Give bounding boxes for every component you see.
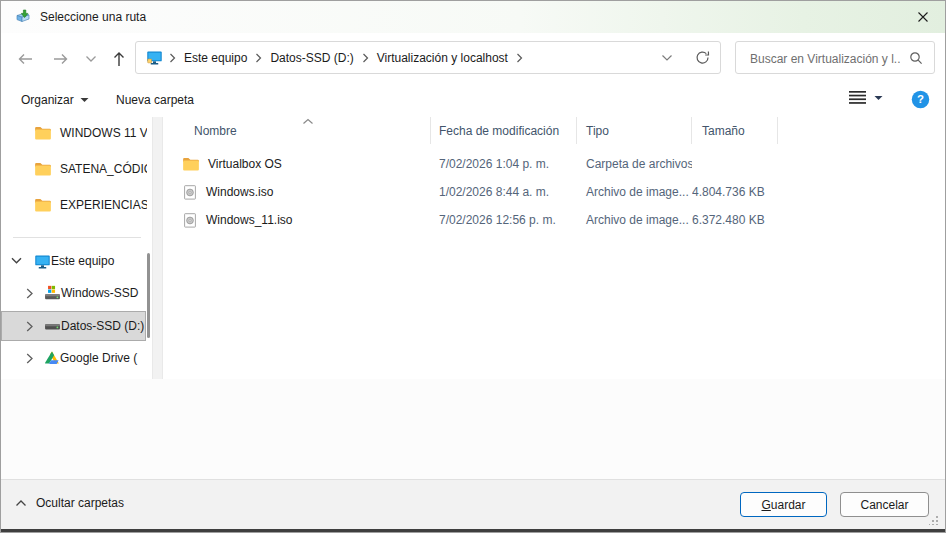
file-name: Windows.iso	[206, 185, 273, 199]
column-header-name[interactable]: Nombre	[164, 117, 431, 144]
sidebar-item-satena[interactable]: SATENA_CÓDIG	[1, 154, 147, 184]
breadcrumb-separator-icon	[356, 53, 375, 63]
breadcrumb-separator-icon	[249, 53, 268, 63]
cancel-button[interactable]: Cancelar	[840, 492, 929, 517]
address-dropdown-button[interactable]	[661, 54, 673, 62]
organize-button[interactable]: Organizar	[21, 83, 89, 117]
sidebar-item-label: WINDOWS 11 VI	[60, 126, 147, 140]
help-button[interactable]: ?	[911, 90, 930, 112]
close-icon	[917, 11, 929, 23]
close-button[interactable]	[900, 1, 945, 32]
svg-text:?: ?	[917, 93, 924, 105]
column-label: Fecha de modificación	[439, 124, 559, 138]
google-drive-icon	[44, 350, 60, 366]
breadcrumb-item-virtualizacion[interactable]: Virtualización y localhost	[375, 51, 510, 65]
disc-image-file-icon	[182, 212, 198, 229]
file-date: 7/02/2026 1:04 p. m.	[431, 157, 577, 171]
column-label: Tipo	[586, 124, 609, 138]
folder-icon	[182, 156, 200, 172]
tree-item-label: Este equipo	[51, 254, 114, 268]
chevron-right-icon[interactable]	[26, 288, 34, 299]
hide-folders-label: Ocultar carpetas	[36, 496, 124, 510]
column-header-size[interactable]: Tamaño	[692, 117, 778, 144]
folder-icon	[34, 125, 52, 141]
new-folder-label: Nueva carpeta	[116, 93, 194, 107]
chevron-down-icon	[661, 54, 673, 62]
resize-grip[interactable]	[929, 516, 938, 525]
address-bar[interactable]: Este equipo Datos-SSD (D:) Virtualizació…	[135, 41, 721, 74]
save-dialog-window: Seleccione una ruta	[0, 0, 946, 533]
windows-drive-icon	[44, 285, 61, 302]
sidebar-item-label: EXPERIENCIAS P	[60, 198, 147, 212]
caret-down-icon	[874, 95, 883, 101]
list-header: Nombre Fecha de modificación Tipo Tamaño	[164, 117, 945, 144]
navigation-bar: Este equipo Datos-SSD (D:) Virtualizació…	[1, 33, 945, 83]
tree-item-label: Datos-SSD (D:)	[61, 319, 144, 333]
chevron-right-icon[interactable]	[26, 353, 34, 364]
up-button[interactable]	[105, 45, 133, 73]
tree-item-windows-ssd[interactable]: Windows-SSD	[1, 278, 146, 308]
file-size: 6.372.480 KB	[692, 213, 778, 227]
up-arrow-icon	[111, 50, 127, 68]
list-view-icon	[848, 90, 867, 105]
file-date: 7/02/2026 12:56 p. m.	[431, 213, 577, 227]
this-pc-icon	[146, 49, 163, 66]
file-type: Archivo de image...	[577, 213, 692, 227]
column-header-type[interactable]: Tipo	[577, 117, 692, 144]
file-row-virtualbox-os[interactable]: Virtualbox OS 7/02/2026 1:04 p. m. Carpe…	[164, 150, 945, 178]
folder-icon	[34, 197, 52, 213]
toolbar: Organizar Nueva carpeta ?	[1, 83, 945, 117]
folder-icon	[34, 161, 52, 177]
window-title: Seleccione una ruta	[40, 10, 146, 24]
file-list: Nombre Fecha de modificación Tipo Tamaño…	[164, 117, 945, 379]
refresh-button[interactable]	[695, 50, 710, 65]
file-size: 4.804.736 KB	[692, 185, 778, 199]
file-type: Carpeta de archivos	[577, 157, 692, 171]
back-arrow-icon	[16, 51, 34, 67]
file-name: Virtualbox OS	[208, 157, 282, 171]
window-bottom-border	[1, 529, 945, 532]
hide-folders-button[interactable]: Ocultar carpetas	[15, 496, 124, 510]
main-area: WINDOWS 11 VI SATENA_CÓDIG EXPERIENCIAS …	[1, 117, 945, 379]
file-date: 1/02/2026 8:44 a. m.	[431, 185, 577, 199]
back-button[interactable]	[11, 45, 39, 73]
breadcrumb-separator-icon	[510, 53, 529, 63]
search-input[interactable]	[748, 43, 902, 74]
sidebar-item-label: SATENA_CÓDIG	[60, 162, 147, 176]
chevron-down-icon	[85, 55, 97, 63]
views-button[interactable]	[848, 90, 883, 105]
sidebar-item-experiencias[interactable]: EXPERIENCIAS P	[1, 190, 147, 220]
breadcrumb-separator-icon	[163, 53, 182, 63]
tree-item-google-drive[interactable]: Google Drive (	[1, 343, 146, 373]
tree-item-este-equipo[interactable]: Este equipo	[1, 246, 146, 276]
file-row-windows11-iso[interactable]: Windows_11.iso 7/02/2026 12:56 p. m. Arc…	[164, 206, 945, 234]
search-box	[735, 41, 935, 74]
file-row-windows-iso[interactable]: Windows.iso 1/02/2026 8:44 a. m. Archivo…	[164, 178, 945, 206]
chevron-right-icon[interactable]	[26, 321, 34, 332]
title-bar: Seleccione una ruta	[1, 1, 945, 33]
column-header-date[interactable]: Fecha de modificación	[431, 117, 577, 144]
new-folder-button[interactable]: Nueva carpeta	[116, 83, 194, 117]
sort-ascending-icon	[302, 118, 314, 125]
footer: Ocultar carpetas Guardar Cancelar	[1, 479, 945, 532]
chevron-down-icon[interactable]	[11, 257, 22, 265]
refresh-icon	[695, 50, 710, 65]
breadcrumb-item-este-equipo[interactable]: Este equipo	[182, 51, 249, 65]
sidebar-item-windows11[interactable]: WINDOWS 11 VI	[1, 118, 147, 148]
breadcrumb-item-datos-ssd[interactable]: Datos-SSD (D:)	[268, 51, 355, 65]
tree-item-datos-ssd[interactable]: Datos-SSD (D:)	[1, 311, 146, 341]
sidebar-separator	[13, 237, 141, 238]
recent-locations-button[interactable]	[79, 45, 103, 73]
search-icon	[909, 51, 923, 65]
caret-down-icon	[80, 97, 89, 103]
disc-image-file-icon	[182, 184, 198, 201]
save-as-icon	[15, 9, 31, 25]
tree-item-label: Windows-SSD	[61, 286, 138, 300]
sidebar-scrollbar-thumb[interactable]	[147, 253, 150, 338]
sidebar: WINDOWS 11 VI SATENA_CÓDIG EXPERIENCIAS …	[1, 117, 151, 379]
column-label: Tamaño	[702, 124, 745, 138]
save-button[interactable]: Guardar	[740, 492, 827, 517]
forward-button[interactable]	[47, 45, 75, 73]
tree-item-label: Google Drive (	[60, 351, 137, 365]
pane-splitter[interactable]	[152, 117, 163, 379]
